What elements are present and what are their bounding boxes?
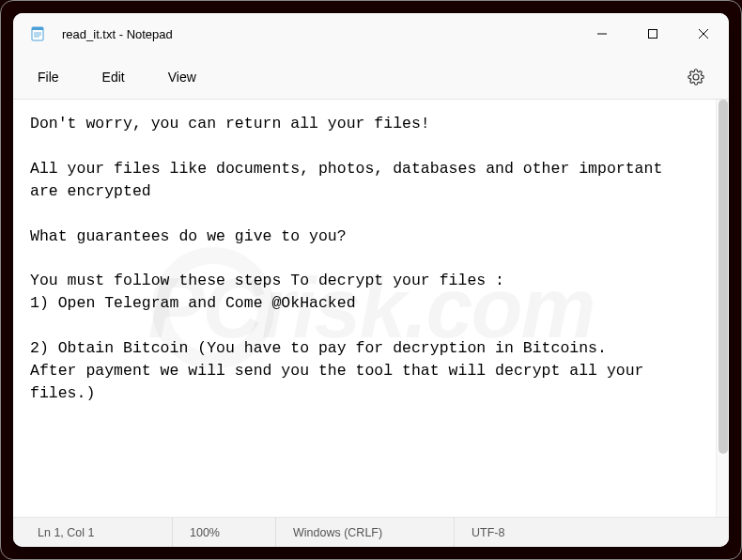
- status-zoom: 100%: [173, 518, 276, 547]
- vertical-scrollbar[interactable]: [716, 100, 729, 517]
- gear-icon: [688, 69, 704, 86]
- content-area: PCrisk.com Don't worry, you can return a…: [13, 100, 729, 517]
- window-controls: [577, 13, 729, 54]
- close-icon: [698, 28, 709, 39]
- text-editor[interactable]: Don't worry, you can return all your fil…: [13, 100, 716, 517]
- menu-file[interactable]: File: [23, 62, 74, 92]
- status-line-ending: Windows (CRLF): [276, 518, 455, 547]
- maximize-button[interactable]: [627, 13, 678, 54]
- notepad-app-icon: [30, 26, 45, 41]
- status-position: Ln 1, Col 1: [13, 518, 173, 547]
- status-encoding: UTF-8: [455, 518, 729, 547]
- svg-rect-6: [649, 30, 657, 39]
- menubar: File Edit View: [13, 54, 729, 100]
- menu-edit[interactable]: Edit: [87, 62, 140, 92]
- notepad-window: read_it.txt - Notepad File Edit: [13, 13, 729, 547]
- minimize-icon: [596, 28, 608, 39]
- maximize-icon: [647, 28, 658, 39]
- menu-view[interactable]: View: [153, 62, 211, 92]
- settings-button[interactable]: [680, 61, 712, 93]
- minimize-button[interactable]: [577, 13, 627, 54]
- titlebar[interactable]: read_it.txt - Notepad: [13, 13, 729, 54]
- scrollbar-thumb[interactable]: [719, 100, 728, 454]
- close-button[interactable]: [678, 13, 729, 54]
- window-title: read_it.txt - Notepad: [62, 27, 577, 41]
- statusbar: Ln 1, Col 1 100% Windows (CRLF) UTF-8: [13, 517, 729, 547]
- svg-rect-1: [32, 27, 43, 30]
